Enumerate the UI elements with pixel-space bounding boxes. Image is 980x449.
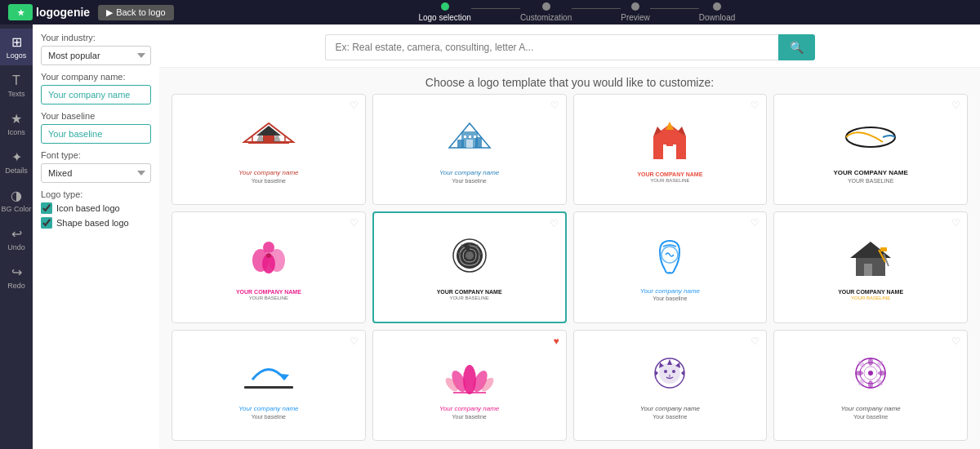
- favorite-icon-7[interactable]: ♡: [751, 217, 760, 229]
- search-bar: 🔍: [325, 34, 815, 60]
- logo-card-3[interactable]: ♡ YOUR COMPANY NAME YOUR BASELINE: [573, 94, 768, 205]
- logo-card-6[interactable]: ♡: [372, 211, 567, 322]
- sidebar-item-icons[interactable]: ★ Icons: [0, 105, 33, 142]
- svg-marker-58: [681, 370, 684, 376]
- baseline-8: YOUR BASELINE: [851, 296, 890, 300]
- bgcolor-label: BG Color: [1, 205, 31, 213]
- shape-based-label: Shape based logo: [56, 218, 129, 228]
- logo-card-5[interactable]: ♡ YOUR COMPANY NAME YOUR BASELINE: [172, 211, 366, 322]
- favorite-icon-12[interactable]: ♡: [951, 336, 960, 347]
- logo-type-label: Logo type:: [41, 189, 151, 199]
- svg-point-68: [855, 371, 863, 376]
- logo-image-6: [437, 236, 502, 285]
- company-name-12: Your company name: [840, 405, 900, 413]
- logo-image-12: [838, 353, 903, 402]
- favorite-icon-9[interactable]: ♡: [350, 336, 359, 347]
- favorite-icon-4[interactable]: ♡: [951, 100, 960, 111]
- industry-select[interactable]: Most popular: [41, 46, 151, 65]
- svg-rect-18: [663, 144, 676, 159]
- favorite-icon-3[interactable]: ♡: [751, 100, 760, 111]
- search-icon: 🔍: [790, 41, 804, 54]
- sidebar-item-undo[interactable]: ↩ Undo: [0, 220, 33, 257]
- svg-marker-54: [667, 359, 672, 365]
- content-header: 🔍: [159, 24, 980, 68]
- baseline-4: YOUR BASELINE: [848, 178, 893, 184]
- search-input[interactable]: [325, 34, 778, 60]
- svg-rect-42: [880, 247, 887, 251]
- svg-point-23: [846, 127, 895, 147]
- favorite-icon-6[interactable]: ♡: [550, 218, 559, 229]
- favorite-icon-8[interactable]: ♡: [951, 217, 960, 229]
- baseline-6: YOUR BASELINE: [449, 296, 488, 300]
- step-customization: Customization: [520, 2, 572, 22]
- logo-card-2[interactable]: ♡ Your company name Your baseline: [372, 94, 567, 205]
- logos-icon: ⊞: [11, 34, 22, 50]
- redo-label: Redo: [7, 282, 25, 290]
- logo-image-9: [236, 353, 301, 402]
- logo-image-8: [838, 236, 903, 285]
- step-dot-1: [441, 2, 449, 11]
- logo-image-7: [637, 235, 702, 284]
- bgcolor-icon: ◑: [11, 188, 22, 203]
- sidebar-item-redo[interactable]: ↪ Redo: [0, 259, 33, 296]
- logo-card-1[interactable]: ♡ Your company name Your baseline: [172, 94, 366, 205]
- svg-rect-40: [864, 264, 872, 276]
- favorite-icon-5[interactable]: ♡: [350, 217, 359, 229]
- svg-rect-15: [466, 140, 473, 148]
- logo-card-12[interactable]: ♡: [773, 330, 968, 441]
- svg-rect-14: [474, 136, 476, 138]
- logo-card-4[interactable]: ♡ YOUR COMPANY NAME YOUR BASELINE: [773, 94, 968, 205]
- back-button[interactable]: ▶ Back to logo: [98, 5, 174, 20]
- logo-image-10: [437, 353, 502, 402]
- back-button-label: Back to logo: [116, 7, 166, 17]
- sidebar-item-details[interactable]: ✦ Details: [0, 144, 33, 180]
- icon-based-checkbox[interactable]: [41, 202, 52, 214]
- company-name-label: Your company name:: [41, 72, 151, 82]
- step-dot-2: [542, 2, 550, 11]
- step-preview: Preview: [621, 2, 650, 22]
- icon-based-label: Icon based logo: [56, 203, 120, 213]
- undo-label: Undo: [7, 243, 25, 251]
- topbar: ★ logogenie ▶ Back to logo Logo selectio…: [0, 0, 980, 24]
- logo-card-9[interactable]: ♡ Your company name Your baseline: [172, 330, 366, 441]
- logo-image-2: [437, 117, 502, 166]
- svg-rect-45: [244, 386, 293, 389]
- logo-card-7[interactable]: ♡ Your company name Your baseline: [573, 211, 768, 322]
- font-type-select[interactable]: Mixed: [41, 163, 151, 183]
- main-layout: ⊞ Logos T Texts ★ Icons ✦ Details ◑ BG C…: [0, 24, 980, 449]
- favorite-icon-1[interactable]: ♡: [350, 100, 359, 111]
- favorite-icon-2[interactable]: ♡: [550, 100, 559, 111]
- logo-card-8[interactable]: ♡ YOUR COMPANY NAME YOUR BASELINE: [773, 211, 968, 322]
- logo-image-1: [236, 117, 301, 166]
- step-connector-3: [650, 8, 699, 9]
- baseline-input[interactable]: [41, 124, 151, 144]
- company-name-input[interactable]: [41, 85, 151, 104]
- favorite-icon-10[interactable]: ♥: [553, 336, 559, 347]
- baseline-12: Your baseline: [853, 414, 888, 420]
- svg-point-69: [878, 371, 886, 376]
- svg-point-60: [672, 370, 675, 373]
- svg-point-28: [266, 253, 271, 258]
- baseline-10: Your baseline: [452, 414, 487, 420]
- details-label: Details: [5, 167, 28, 175]
- logo-card-10[interactable]: ♥ Your company name Your baseline: [372, 330, 567, 441]
- logo-text: logogenie: [36, 6, 90, 19]
- sidebar-item-bgcolor[interactable]: ◑ BG Color: [0, 182, 33, 219]
- favorite-icon-11[interactable]: ♡: [751, 336, 760, 347]
- company-name-3: YOUR COMPANY NAME: [637, 171, 702, 178]
- step-logo-selection: Logo selection: [418, 2, 471, 22]
- sidebar-item-texts[interactable]: T Texts: [0, 67, 33, 104]
- content-area: 🔍 Choose a logo template that you would …: [159, 24, 980, 449]
- icons-label: Icons: [7, 128, 25, 136]
- logo-card-11[interactable]: ♡: [573, 330, 768, 441]
- icon-based-row: Icon based logo: [41, 202, 151, 214]
- search-button[interactable]: 🔍: [778, 34, 815, 60]
- redo-icon: ↪: [11, 265, 22, 280]
- svg-point-66: [868, 358, 873, 366]
- sidebar-item-logos[interactable]: ⊞ Logos: [0, 29, 33, 65]
- svg-point-59: [664, 370, 667, 373]
- shape-based-checkbox[interactable]: [41, 217, 52, 229]
- company-name-7: Your company name: [640, 287, 700, 296]
- icons-icon: ★: [11, 111, 22, 127]
- baseline-5: YOUR BASELINE: [249, 296, 288, 300]
